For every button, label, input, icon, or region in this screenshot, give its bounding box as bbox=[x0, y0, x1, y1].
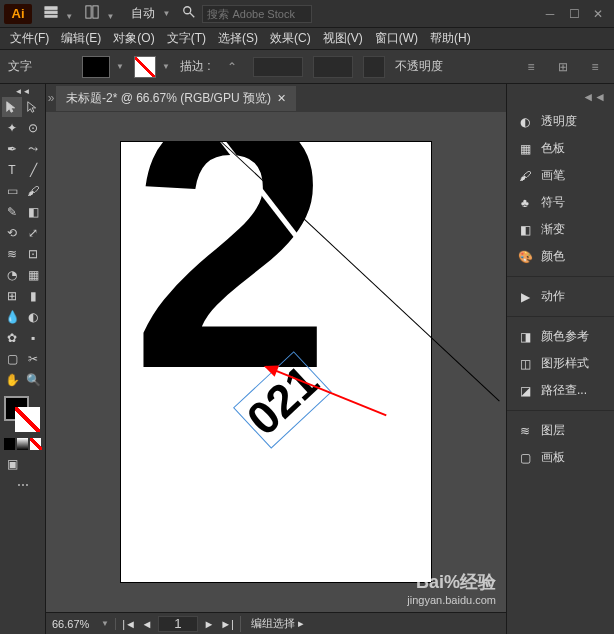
color-icon: 🎨 bbox=[517, 250, 533, 264]
slice-tool[interactable]: ✂ bbox=[23, 349, 43, 369]
selection-status[interactable]: 编组选择 ▸ bbox=[241, 616, 314, 631]
blend-tool[interactable]: ◐ bbox=[23, 307, 43, 327]
zoom-level[interactable]: 66.67% ▼ bbox=[46, 618, 116, 630]
panel-color-guide[interactable]: ◨颜色参考 bbox=[507, 323, 614, 350]
shape-builder-tool[interactable]: ◔ bbox=[2, 265, 22, 285]
layout-label: 自动 bbox=[131, 5, 155, 22]
menu-edit[interactable]: 编辑(E) bbox=[55, 28, 107, 49]
screen-mode[interactable]: ▣ bbox=[2, 454, 22, 474]
graph-tool[interactable]: ▪ bbox=[23, 328, 43, 348]
zoom-tool[interactable]: 🔍 bbox=[23, 370, 43, 390]
brush-tool[interactable]: 🖌 bbox=[23, 181, 43, 201]
panel-label: 路径查... bbox=[541, 382, 587, 399]
first-artboard-button[interactable]: |◄ bbox=[122, 617, 136, 631]
stock-search-input[interactable] bbox=[202, 5, 312, 23]
menu-type[interactable]: 文字(T) bbox=[161, 28, 212, 49]
panel-label: 颜色参考 bbox=[541, 328, 589, 345]
document-tab[interactable]: 未标题-2* @ 66.67% (RGB/GPU 预览) ✕ bbox=[56, 86, 296, 111]
close-icon[interactable]: ✕ bbox=[277, 92, 286, 105]
menu-select[interactable]: 选择(S) bbox=[212, 28, 264, 49]
tabs-collapse[interactable]: » bbox=[46, 91, 56, 105]
type-tool[interactable]: T bbox=[2, 160, 22, 180]
panel-symbols[interactable]: ♣符号 bbox=[507, 189, 614, 216]
selection-tool[interactable] bbox=[2, 97, 22, 117]
lasso-tool[interactable]: ⊙ bbox=[23, 118, 43, 138]
direct-select-tool[interactable] bbox=[23, 97, 43, 117]
artboards-icon: ▢ bbox=[517, 451, 533, 465]
prev-artboard-button[interactable]: ◄ bbox=[140, 617, 154, 631]
align-icon[interactable]: ≡ bbox=[520, 56, 542, 78]
menu-bar: 文件(F) 编辑(E) 对象(O) 文字(T) 选择(S) 效果(C) 视图(V… bbox=[0, 28, 614, 50]
collapse-handle[interactable]: ◄◄ bbox=[2, 86, 43, 96]
var-width-profile[interactable] bbox=[313, 56, 353, 78]
free-transform-tool[interactable]: ⊡ bbox=[23, 244, 43, 264]
watermark: Bai%经验 jingyan.baidu.com bbox=[407, 570, 496, 606]
pen-tool[interactable]: ✒ bbox=[2, 139, 22, 159]
transform-icon[interactable]: ⊞ bbox=[552, 56, 574, 78]
svg-point-5 bbox=[184, 7, 191, 14]
panel-label: 透明度 bbox=[541, 113, 577, 130]
menu-view[interactable]: 视图(V) bbox=[317, 28, 369, 49]
width-tool[interactable]: ≋ bbox=[2, 244, 22, 264]
close-button[interactable]: ✕ bbox=[586, 4, 610, 24]
panel-swatches[interactable]: ▦色板 bbox=[507, 135, 614, 162]
color-modes[interactable] bbox=[4, 438, 41, 450]
brush-def[interactable] bbox=[363, 56, 385, 78]
panel-label: 渐变 bbox=[541, 221, 565, 238]
menu-help[interactable]: 帮助(H) bbox=[424, 28, 477, 49]
symbol-sprayer-tool[interactable]: ✿ bbox=[2, 328, 22, 348]
eraser-tool[interactable]: ◧ bbox=[23, 202, 43, 222]
mesh-tool[interactable]: ⊞ bbox=[2, 286, 22, 306]
perspective-tool[interactable]: ▦ bbox=[23, 265, 43, 285]
curvature-tool[interactable]: ⤳ bbox=[23, 139, 43, 159]
panel-menu-icon[interactable]: ≡ bbox=[584, 56, 606, 78]
minimize-button[interactable]: ─ bbox=[538, 4, 562, 24]
chevron-down-icon[interactable]: ▼ bbox=[163, 9, 171, 18]
gradient-icon: ◧ bbox=[517, 223, 533, 237]
menu-file[interactable]: 文件(F) bbox=[4, 28, 55, 49]
artboard-tool[interactable]: ▢ bbox=[2, 349, 22, 369]
fill-color-swatch[interactable] bbox=[82, 56, 110, 78]
panel-graphic-styles[interactable]: ◫图形样式 bbox=[507, 350, 614, 377]
search-icon[interactable] bbox=[176, 3, 202, 24]
panel-transparency[interactable]: ◐透明度 bbox=[507, 108, 614, 135]
artboard-number-input[interactable] bbox=[158, 616, 198, 632]
artboard-viewport[interactable]: 2 2 021 bbox=[46, 112, 506, 612]
fill-stroke-color[interactable] bbox=[4, 396, 40, 432]
last-artboard-button[interactable]: ►| bbox=[220, 617, 234, 631]
panel-color[interactable]: 🎨颜色 bbox=[507, 243, 614, 270]
rectangle-tool[interactable]: ▭ bbox=[2, 181, 22, 201]
panel-brushes[interactable]: 🖌画笔 bbox=[507, 162, 614, 189]
scale-tool[interactable]: ⤢ bbox=[23, 223, 43, 243]
edit-toolbar[interactable]: ⋯ bbox=[2, 475, 43, 495]
maximize-button[interactable]: ☐ bbox=[562, 4, 586, 24]
line-tool[interactable]: ╱ bbox=[23, 160, 43, 180]
rotate-tool[interactable]: ⟲ bbox=[2, 223, 22, 243]
gradient-tool[interactable]: ▮ bbox=[23, 286, 43, 306]
shaper-tool[interactable]: ✎ bbox=[2, 202, 22, 222]
next-artboard-button[interactable]: ► bbox=[202, 617, 216, 631]
hand-tool[interactable]: ✋ bbox=[2, 370, 22, 390]
arrange-docs[interactable]: ▼ bbox=[79, 3, 120, 24]
magic-wand-tool[interactable]: ✦ bbox=[2, 118, 22, 138]
panel-actions[interactable]: ▶动作 bbox=[507, 283, 614, 310]
document-title: 未标题-2* @ 66.67% (RGB/GPU 预览) bbox=[66, 90, 271, 107]
panel-gradient[interactable]: ◧渐变 bbox=[507, 216, 614, 243]
stepper-down-icon[interactable]: ⌃ bbox=[221, 56, 243, 78]
panel-artboards[interactable]: ▢画板 bbox=[507, 444, 614, 471]
panels-collapse[interactable]: ◄◄ bbox=[507, 90, 614, 108]
chevron-down-icon[interactable]: ▼ bbox=[116, 62, 124, 71]
eyedropper-tool[interactable]: 💧 bbox=[2, 307, 22, 327]
menu-effect[interactable]: 效果(C) bbox=[264, 28, 317, 49]
menu-object[interactable]: 对象(O) bbox=[107, 28, 160, 49]
stroke-color-swatch[interactable] bbox=[134, 56, 156, 78]
panel-label: 色板 bbox=[541, 140, 565, 157]
workspace-switcher[interactable]: ▼ bbox=[38, 3, 79, 24]
chevron-down-icon[interactable]: ▼ bbox=[162, 62, 170, 71]
color-guide-icon: ◨ bbox=[517, 330, 533, 344]
stroke-weight-input[interactable] bbox=[253, 57, 303, 77]
panel-layers[interactable]: ≋图层 bbox=[507, 417, 614, 444]
menu-window[interactable]: 窗口(W) bbox=[369, 28, 424, 49]
app-logo: Ai bbox=[4, 4, 32, 24]
panel-pathfinder[interactable]: ◪路径查... bbox=[507, 377, 614, 404]
